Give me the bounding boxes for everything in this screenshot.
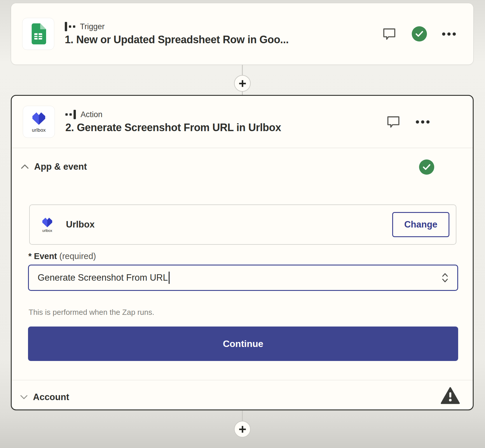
trigger-type-label: Trigger — [80, 22, 105, 31]
action-step-title: 2. Generate Screenshot From URL in Urlbo… — [65, 121, 376, 134]
required-note: (required) — [59, 251, 96, 261]
action-step-meta: Action 2. Generate Screenshot From URL i… — [65, 110, 376, 134]
trigger-step-title: 1. New or Updated Spreadsheet Row in Goo… — [65, 34, 371, 46]
step-complete-check-icon — [412, 26, 427, 41]
more-options-icon[interactable] — [416, 120, 430, 124]
zap-editor-canvas: Trigger 1. New or Updated Spreadsheet Ro… — [0, 0, 485, 448]
urlbox-icon: urlbox — [39, 216, 56, 233]
urlbox-icon: urlbox — [23, 106, 55, 138]
text-cursor — [169, 272, 170, 284]
required-mark: * — [28, 251, 32, 261]
event-select[interactable]: Generate Screenshot From URL — [28, 265, 458, 291]
event-select-value: Generate Screenshot From URL — [38, 272, 168, 283]
plus-icon — [238, 79, 247, 88]
chevron-down-icon — [20, 395, 28, 400]
selected-app-box: urlbox Urlbox Change — [29, 204, 456, 245]
app-event-section-header[interactable]: App & event — [20, 159, 87, 175]
app-event-section-title: App & event — [34, 162, 87, 172]
selected-app-name: Urlbox — [66, 219, 95, 230]
trigger-step-card[interactable]: Trigger 1. New or Updated Spreadsheet Ro… — [11, 3, 474, 65]
trigger-type-icon — [65, 22, 75, 31]
urlbox-icon-caption: urlbox — [42, 229, 52, 233]
add-step-button[interactable] — [234, 421, 251, 437]
plus-icon — [238, 425, 247, 434]
add-step-button[interactable] — [234, 75, 251, 92]
header-divider — [12, 148, 473, 148]
urlbox-icon-caption: urlbox — [32, 127, 46, 133]
warning-icon — [441, 387, 460, 406]
event-field-label: *Event(required) — [28, 251, 96, 261]
change-app-button[interactable]: Change — [392, 212, 449, 237]
trigger-step-meta: Trigger 1. New or Updated Spreadsheet Ro… — [65, 22, 371, 46]
more-options-icon[interactable] — [442, 32, 456, 36]
continue-button[interactable]: Continue — [28, 327, 458, 361]
action-type-label: Action — [81, 110, 102, 119]
event-helper-text: This is performed when the Zap runs. — [29, 308, 154, 317]
action-step-card[interactable]: urlbox Action 2. Generate Screenshot Fro… — [11, 95, 474, 410]
google-sheets-icon — [22, 18, 54, 50]
account-section-title: Account — [33, 392, 69, 402]
section-complete-check-icon — [419, 159, 434, 175]
chevron-up-icon — [20, 163, 30, 170]
account-divider — [12, 380, 473, 380]
comment-icon[interactable] — [382, 27, 397, 41]
event-label-text: Event — [34, 251, 57, 261]
account-section-header[interactable]: Account — [20, 388, 69, 407]
comment-icon[interactable] — [386, 115, 401, 129]
select-updown-icon — [442, 272, 449, 283]
action-type-icon — [65, 110, 76, 119]
